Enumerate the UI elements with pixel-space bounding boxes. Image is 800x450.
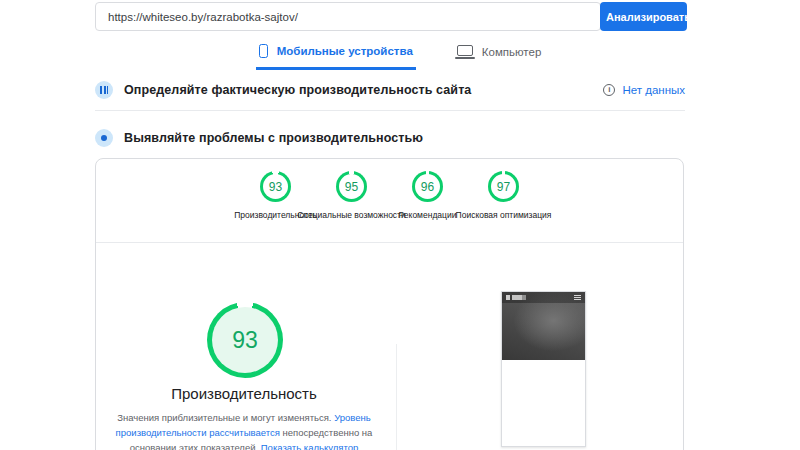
page-screenshot-thumbnail	[501, 291, 586, 447]
smartphone-icon	[259, 44, 268, 58]
tab-mobile[interactable]: Мобильные устройства	[256, 42, 416, 70]
tab-desktop-label: Компьютер	[482, 46, 542, 58]
card-divider	[96, 242, 683, 243]
info-icon[interactable]: i	[603, 84, 615, 96]
score-value: 95	[339, 174, 364, 199]
device-tabs: Мобильные устройства Компьютер	[0, 42, 800, 70]
lab-data-title: Выявляйте проблемы с производительностью	[124, 131, 423, 145]
site-logo	[506, 295, 526, 300]
performance-note: Значения приблизительные и могут изменят…	[92, 410, 396, 450]
field-data-icon	[95, 81, 113, 99]
analyze-button[interactable]: Анализировать	[600, 2, 687, 31]
lab-data-icon	[95, 129, 113, 147]
performance-title: Производительность	[96, 385, 392, 402]
no-data-label: Нет данных	[622, 84, 685, 96]
lab-report-card: 93 Производительность 95 Специальные воз…	[95, 158, 684, 450]
performance-score-value: 93	[212, 307, 278, 373]
performance-gauge: 93	[207, 302, 283, 378]
note-text-1: Значения приблизительные и могут изменят…	[117, 412, 334, 423]
score-value: 97	[491, 174, 516, 199]
score-value: 96	[415, 174, 440, 199]
field-data-title: Определяйте фактическую производительнос…	[124, 83, 471, 97]
score-seo[interactable]: 97 Поисковая оптимизация	[466, 171, 542, 221]
lab-data-section-header: Выявляйте проблемы с производительностью	[95, 128, 685, 148]
score-gauge-ring: 93	[260, 171, 291, 202]
field-data-section-header: Определяйте фактическую производительнос…	[95, 80, 685, 100]
url-input[interactable]	[95, 2, 601, 31]
hamburger-icon	[574, 295, 581, 300]
laptop-icon	[457, 45, 473, 56]
category-scores-row: 93 Производительность 95 Специальные воз…	[96, 171, 683, 221]
screenshot-hero-image	[502, 292, 585, 360]
performance-gauge-ring: 93	[207, 302, 283, 378]
score-label: Поисковая оптимизация	[449, 209, 559, 221]
tab-mobile-label: Мобильные устройства	[277, 45, 413, 57]
section-divider	[95, 110, 685, 111]
score-gauge-ring: 97	[488, 171, 519, 202]
score-value: 93	[263, 174, 288, 199]
score-gauge-ring: 95	[336, 171, 367, 202]
show-calculator-link[interactable]: Показать калькулятор	[261, 442, 358, 450]
score-gauge-ring: 96	[412, 171, 443, 202]
no-data-status[interactable]: i Нет данных	[603, 84, 685, 96]
tab-desktop[interactable]: Компьютер	[454, 43, 545, 70]
vertical-divider	[396, 344, 397, 450]
